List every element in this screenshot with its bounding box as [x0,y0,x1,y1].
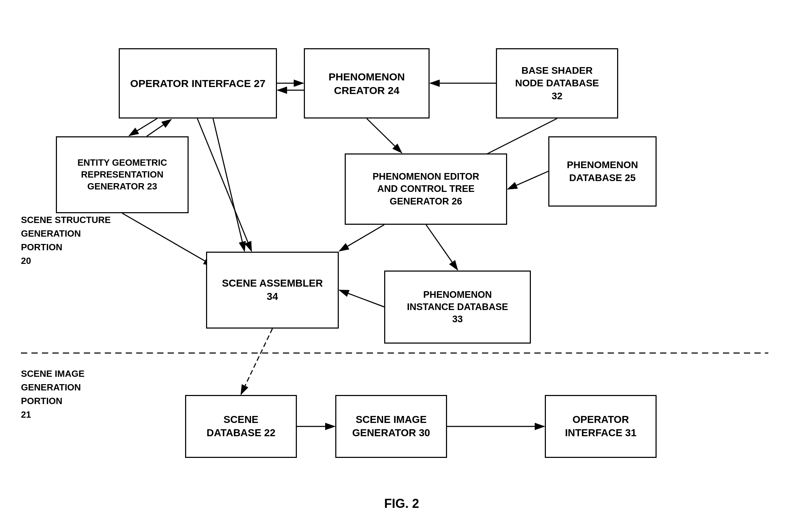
phenomenon-editor-26-box: PHENOMENON EDITORAND CONTROL TREEGENERAT… [345,153,507,225]
operator-interface-27-box: OPERATOR INTERFACE 27 [119,48,277,118]
base-shader-node-database-32-box: BASE SHADERNODE DATABASE32 [496,48,618,118]
svg-line-19 [197,118,251,251]
scene-structure-generation-portion-label: SCENE STRUCTUREGENERATIONPORTION20 [21,213,111,268]
svg-line-12 [122,213,213,266]
figure-label: FIG. 2 [367,496,437,511]
operator-interface-31-box: OPERATORINTERFACE 31 [545,395,657,458]
scene-image-generator-30-box: SCENE IMAGEGENERATOR 30 [335,395,447,458]
phenomenon-database-25-box: PHENOMENONDATABASE 25 [548,136,657,207]
svg-line-7 [367,118,402,153]
svg-line-10 [147,120,171,136]
phenomenon-creator-24-box: PHENOMENONCREATOR 24 [304,48,430,118]
svg-line-13 [339,225,384,251]
phenomenon-instance-database-33-box: PHENOMENONINSTANCE DATABASE33 [384,271,531,344]
diagram-container: OPERATOR INTERFACE 27 PHENOMENONCREATOR … [0,0,812,525]
entity-geometric-representation-generator-23-box: ENTITY GEOMETRICREPRESENTATIONGENERATOR … [56,136,189,213]
svg-line-11 [213,118,244,251]
svg-line-16 [241,329,272,394]
svg-line-9 [129,118,157,136]
scene-image-generation-portion-label: SCENE IMAGEGENERATIONPORTION21 [21,367,85,422]
scene-database-22-box: SCENEDATABASE 22 [185,395,297,458]
svg-line-8 [508,171,548,189]
scene-assembler-34-box: SCENE ASSEMBLER34 [206,252,339,329]
svg-line-15 [339,290,384,307]
svg-line-14 [426,225,458,270]
